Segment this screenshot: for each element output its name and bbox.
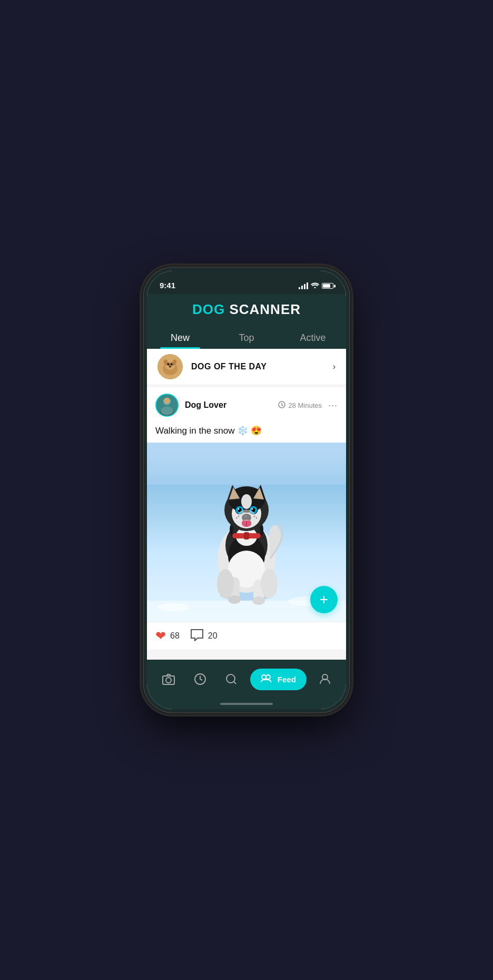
notch	[204, 271, 289, 287]
battery-fill	[323, 284, 330, 288]
tab-new[interactable]: New	[147, 325, 213, 349]
screen: 9:41	[147, 271, 346, 709]
dog-of-day-banner[interactable]: DOG OF THE DAY ›	[147, 349, 346, 385]
nav-camera[interactable]	[155, 669, 182, 690]
post-meta: 28 Minutes ···	[278, 400, 338, 411]
nav-profile[interactable]	[312, 669, 338, 690]
svg-point-8	[172, 364, 173, 365]
clock-icon	[278, 401, 285, 410]
bottom-nav: Feed	[147, 660, 346, 699]
home-indicator-bar	[220, 703, 273, 705]
svg-rect-33	[244, 532, 249, 540]
app-title-scanner: SCANNER	[225, 301, 301, 317]
status-time: 9:41	[160, 281, 175, 290]
husky-illustration	[191, 453, 302, 606]
svg-point-26	[252, 596, 265, 605]
svg-point-16	[164, 398, 170, 404]
post-card: Dog Lover 28 Minutes ···	[147, 387, 346, 650]
signal-bar-3	[304, 284, 305, 289]
comment-icon	[190, 629, 204, 643]
like-action[interactable]: ❤ 68	[155, 629, 180, 643]
signal-bar-1	[299, 287, 300, 289]
svg-point-60	[254, 516, 255, 517]
svg-point-49	[252, 508, 253, 510]
comment-count: 20	[208, 631, 218, 641]
svg-point-61	[256, 517, 258, 519]
svg-point-28	[261, 569, 278, 599]
tab-bar: New Top Active	[147, 325, 346, 349]
post-caption: Walking in the snow ❄️ 😍	[147, 423, 346, 443]
wifi-icon	[311, 282, 319, 290]
signal-bar-4	[307, 282, 308, 289]
fab-add-button[interactable]: +	[310, 586, 338, 613]
signal-bars-icon	[299, 283, 308, 289]
content-area: DOG OF THE DAY ›	[147, 349, 346, 660]
comment-action[interactable]: 20	[190, 629, 218, 643]
svg-point-10	[170, 366, 171, 368]
app-title: DOG SCANNER	[147, 301, 346, 318]
dog-of-day-chevron: ›	[330, 362, 336, 371]
post-time: 28 Minutes	[278, 401, 322, 410]
app-header: DOG SCANNER	[147, 294, 346, 325]
svg-point-57	[238, 509, 255, 521]
svg-point-59	[236, 517, 238, 519]
status-icons	[299, 282, 333, 290]
fab-plus-icon: +	[320, 592, 328, 607]
signal-bar-2	[301, 286, 303, 289]
svg-point-66	[262, 675, 266, 679]
post-header: Dog Lover 28 Minutes ···	[147, 387, 346, 423]
dog-of-day-label: DOG OF THE DAY	[191, 362, 267, 371]
battery-icon	[322, 283, 333, 289]
like-count: 68	[170, 631, 180, 641]
svg-point-67	[266, 675, 270, 679]
svg-point-65	[226, 674, 235, 683]
nav-feed[interactable]: Feed	[250, 669, 307, 690]
tab-top[interactable]: Top	[213, 325, 280, 349]
svg-point-58	[238, 516, 240, 517]
nav-search[interactable]	[219, 669, 244, 690]
svg-point-63	[166, 678, 171, 683]
svg-point-48	[238, 508, 240, 510]
tab-active[interactable]: Active	[280, 325, 346, 349]
svg-point-7	[169, 364, 170, 365]
svg-point-17	[162, 407, 172, 414]
more-options-button[interactable]: ···	[328, 400, 338, 411]
nav-history[interactable]	[188, 669, 213, 690]
dog-of-day-avatar	[157, 354, 183, 379]
phone-frame: 9:41	[144, 268, 349, 712]
svg-point-37	[241, 494, 252, 509]
post-time-label: 28 Minutes	[288, 401, 322, 409]
svg-point-24	[228, 595, 241, 604]
nav-feed-icon	[261, 674, 271, 685]
svg-point-27	[217, 569, 234, 599]
svg-point-6	[171, 363, 173, 366]
heart-icon: ❤	[155, 629, 166, 643]
user-avatar-figure	[156, 395, 178, 416]
post-image: +	[147, 443, 346, 622]
svg-point-5	[167, 363, 170, 366]
app-title-dog: DOG	[192, 301, 225, 317]
nav-feed-label: Feed	[278, 675, 296, 684]
post-user-name: Dog Lover	[185, 400, 226, 410]
user-avatar	[155, 394, 179, 417]
home-indicator	[147, 699, 346, 709]
post-footer: ❤ 68 20	[147, 622, 346, 650]
